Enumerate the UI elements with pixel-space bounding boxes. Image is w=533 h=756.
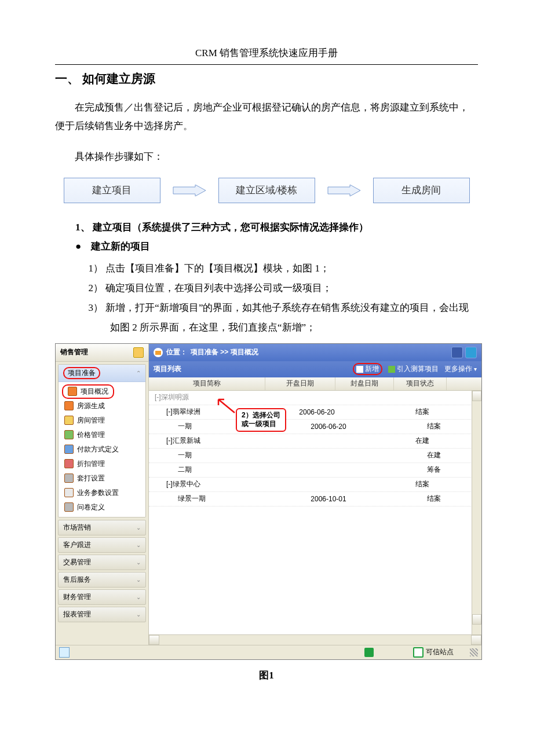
nav-item-label: 付款方式定义	[77, 445, 119, 454]
nav-block-title: 项目准备	[63, 367, 100, 379]
sidebar-group[interactable]: 售后服务⌄	[58, 572, 146, 588]
sidebar-item[interactable]: 价格管理	[59, 428, 145, 442]
chevron-down-icon: ⌄	[136, 577, 141, 583]
new-button-label: 新增	[365, 364, 379, 374]
table-row[interactable]: [-]深圳明源	[149, 391, 481, 405]
group-label: 财务管理	[63, 592, 91, 602]
sidebar-group[interactable]: 客户跟进⌄	[58, 537, 146, 553]
nav-block-header[interactable]: 项目准备 ⌃	[59, 365, 145, 382]
cell-name: 二期	[149, 465, 294, 475]
sidebar-group[interactable]: 报表管理⌄	[58, 607, 146, 622]
nav-item-label: 套打设置	[77, 474, 105, 483]
col-close-date: 封盘日期	[335, 377, 394, 390]
nav-item-label: 折扣管理	[77, 459, 105, 469]
scroll-up-button[interactable]	[472, 391, 481, 401]
cell-status: 结案	[421, 421, 479, 431]
scroll-left-button[interactable]	[149, 635, 159, 645]
sidebar-group[interactable]: 市场营销⌄	[58, 520, 146, 535]
table-row[interactable]: 二期筹备	[149, 463, 481, 478]
print-button[interactable]	[451, 347, 463, 358]
nav-item-label: 房间管理	[77, 416, 105, 425]
nav-item-icon	[64, 474, 74, 483]
cell-name: 一期	[149, 450, 294, 460]
sidebar-item[interactable]: 业务参数设置	[59, 486, 145, 500]
nav-item-icon	[64, 488, 74, 497]
scroll-right-button[interactable]	[471, 635, 481, 645]
chevron-down-icon: ⌄	[136, 611, 141, 618]
cell-name: [-]深圳明源	[149, 392, 271, 402]
table-header: 项目简称 开盘日期 封盘日期 项目状态	[149, 377, 481, 391]
group-label: 交易管理	[63, 557, 91, 567]
chevron-down-icon: ⌄	[136, 542, 141, 548]
sidebar-group[interactable]: 财务管理⌄	[58, 589, 146, 605]
sidebar-item[interactable]: 折扣管理	[59, 457, 145, 471]
cell-status: 结案	[410, 407, 468, 417]
panel-title: 项目列表	[154, 364, 181, 374]
home-icon	[154, 348, 163, 357]
chevron-down-icon: ⌄	[136, 524, 141, 531]
status-bar: 可信站点	[56, 645, 481, 659]
nav-item-icon	[64, 416, 74, 425]
nav-item-label: 房源生成	[77, 401, 105, 411]
import-button[interactable]: 引入测算项目	[388, 364, 439, 374]
col-name: 项目简称	[149, 377, 265, 390]
new-button[interactable]: 新增	[353, 363, 382, 375]
import-button-label: 引入测算项目	[397, 364, 439, 374]
substep-2: 2） 确定项目位置，在项目列表中选择公司或一级项目；	[110, 278, 478, 298]
sidebar-item-overview[interactable]: 项目概况	[62, 384, 114, 399]
cell-status: 在建	[421, 450, 479, 460]
steps-intro: 具体操作步骤如下：	[55, 148, 478, 166]
sidebar-item[interactable]: 问卷定义	[59, 500, 145, 515]
table-body: [-]深圳明源[-]翡翠绿洲2006-06-20结案一期2006-06-20结案…	[149, 391, 481, 634]
arrow-icon	[327, 185, 362, 196]
nav-item-icon	[64, 401, 74, 410]
header-rule	[55, 64, 478, 65]
flow-step-2: 建立区域/楼栋	[218, 178, 315, 203]
location-prefix: 位置：	[166, 347, 187, 357]
sidebar-item[interactable]: 房源生成	[59, 399, 145, 413]
sidebar-header: 销售管理	[56, 344, 148, 362]
help-button[interactable]	[465, 347, 477, 358]
cell-status: 结案	[410, 479, 468, 489]
horizontal-scrollbar[interactable]	[149, 634, 481, 645]
main-panel: 位置： 项目准备 >> 项目概况 项目列表 新增	[149, 344, 481, 645]
vertical-scrollbar[interactable]	[472, 391, 481, 634]
numbered-item-1: 1、 建立项目（系统提供了三种方式，您可根据实际情况选择操作）	[75, 221, 478, 234]
cell-status: 在建	[410, 436, 468, 446]
nav-label: 项目概况	[81, 387, 108, 397]
scroll-down-button[interactable]	[472, 614, 481, 625]
table-row[interactable]: [-]绿景中心结案	[149, 478, 481, 492]
flow-diagram: 建立项目 建立区域/楼栋 生成房间	[55, 178, 478, 203]
cell-name: [-]绿景中心	[149, 479, 282, 489]
cell-status: 结案	[421, 494, 479, 504]
nav-item-label: 业务参数设置	[77, 488, 119, 498]
panel-toolbar: 项目列表 新增 引入测算项目 更多操作 ▾	[149, 361, 481, 377]
sidebar-group[interactable]: 交易管理⌄	[58, 555, 146, 570]
annotation-arrow-icon	[216, 397, 236, 414]
cell-name: 绿景一期	[149, 494, 294, 504]
group-label: 售后服务	[63, 575, 91, 585]
table-row[interactable]: 一期在建	[149, 449, 481, 463]
status-icon	[59, 647, 70, 658]
more-actions-button[interactable]: 更多操作 ▾	[444, 364, 477, 374]
sidebar-item[interactable]: 房间管理	[59, 413, 145, 428]
cell-name: [-]汇景新城	[149, 436, 282, 446]
arrow-icon	[172, 185, 207, 196]
table-row[interactable]: 一期2006-06-20结案	[149, 420, 481, 434]
location-bar: 位置： 项目准备 >> 项目概况	[149, 344, 481, 361]
sidebar-icon	[133, 347, 144, 358]
table-row[interactable]: 绿景一期2006-10-01结案	[149, 492, 481, 507]
cell-status: 筹备	[421, 465, 479, 475]
sidebar-item[interactable]: 付款方式定义	[59, 442, 145, 457]
group-label: 市场营销	[63, 523, 91, 533]
section-heading: 一、 如何建立房源	[55, 71, 478, 87]
bullet-item-1: ● 建立新的项目	[75, 240, 478, 253]
nav-item-label: 价格管理	[77, 430, 105, 440]
embedded-screenshot: 销售管理 项目准备 ⌃ 项目概况 房源生成房间管理价格管理付款方式定义折扣管理套…	[55, 343, 482, 660]
sidebar-item[interactable]: 套打设置	[59, 471, 145, 486]
figure-caption: 图1	[55, 669, 478, 682]
nav-item-icon	[64, 445, 74, 454]
table-row[interactable]: [-]汇景新城在建	[149, 434, 481, 449]
table-row[interactable]: [-]翡翠绿洲2006-06-20结案	[149, 405, 481, 420]
popup-icon	[364, 648, 374, 657]
